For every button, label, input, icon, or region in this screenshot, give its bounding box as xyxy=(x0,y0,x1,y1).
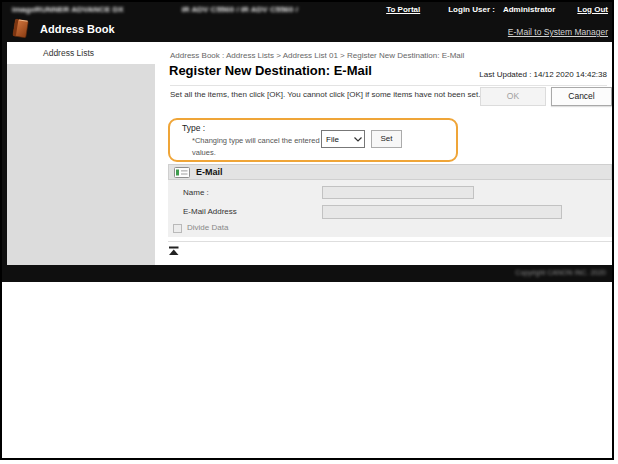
type-select-value: File xyxy=(322,135,352,144)
last-updated-text: Last Updated : 14/12 2020 14:42:38 xyxy=(479,70,607,79)
type-highlight-box: Type : *Changing type will cancel the en… xyxy=(168,118,458,162)
sidebar-item-address-lists[interactable]: Address Lists xyxy=(7,42,155,64)
email-address-input[interactable] xyxy=(322,205,562,219)
log-out-link[interactable]: Log Out xyxy=(577,5,608,14)
login-user-name: Administrator xyxy=(503,5,555,14)
name-input[interactable] xyxy=(322,186,474,199)
address-book-icon xyxy=(10,18,32,40)
email-section-body: Name : E-Mail Address Divide Data xyxy=(168,180,612,237)
bottom-divider xyxy=(168,241,612,242)
email-icon xyxy=(174,167,190,178)
email-section-title: E-Mail xyxy=(196,167,223,177)
email-section-header: E-Mail xyxy=(168,164,612,180)
chevron-down-icon xyxy=(352,131,364,147)
main-content: Address Book : Address Lists > Address L… xyxy=(155,42,612,265)
sidebar: Address Lists xyxy=(7,42,155,265)
title-divider xyxy=(170,85,607,86)
to-portal-link[interactable]: To Portal xyxy=(386,5,420,14)
page-title: Register New Destination: E-Mail xyxy=(169,63,372,78)
copyright-text: Copyright CANON INC. 2020 xyxy=(515,269,606,276)
email-section: E-Mail Name : E-Mail Address Divide Data xyxy=(168,164,612,237)
type-select[interactable]: File xyxy=(321,130,365,148)
login-user-label: Login User : xyxy=(448,5,495,14)
app-header-bar: Address Book E-Mail to System Manager xyxy=(2,16,614,42)
instruction-text: Set all the items, then click [OK]. You … xyxy=(170,89,490,102)
device-model-text: imageRUNNER ADVANCE DX xyxy=(12,5,124,14)
back-to-top-icon[interactable] xyxy=(168,246,180,256)
page-upper-area: imageRUNNER ADVANCE DX iR ADV C5560 / iR… xyxy=(2,2,614,282)
type-label: Type : xyxy=(182,123,205,133)
device-name-text: iR ADV C5560 / iR ADV C5560 / xyxy=(182,5,298,14)
device-top-bar: imageRUNNER ADVANCE DX iR ADV C5560 / iR… xyxy=(2,2,614,16)
name-label: Name : xyxy=(183,188,209,197)
divide-data-checkbox[interactable] xyxy=(173,224,182,233)
email-address-label: E-Mail Address xyxy=(183,207,237,216)
cancel-button[interactable]: Cancel xyxy=(551,87,612,106)
type-note: *Changing type will cancel the entered v… xyxy=(192,135,326,158)
set-button[interactable]: Set xyxy=(371,130,402,148)
ok-button[interactable]: OK xyxy=(480,87,546,106)
divide-data-label: Divide Data xyxy=(187,223,228,232)
app-title: Address Book xyxy=(40,23,115,35)
breadcrumb[interactable]: Address Book : Address Lists > Address L… xyxy=(170,51,464,60)
email-to-system-manager-link[interactable]: E-Mail to System Manager xyxy=(508,27,608,42)
browser-page: imageRUNNER ADVANCE DX iR ADV C5560 / iR… xyxy=(0,0,614,460)
